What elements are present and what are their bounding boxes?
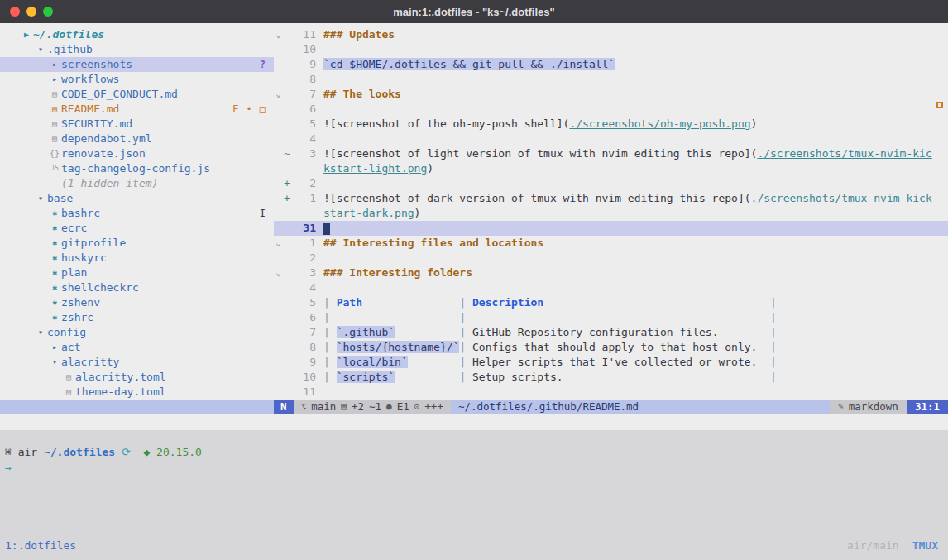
tree-item-label: gitprofile: [61, 236, 126, 251]
tree-item-1-hidden-item[interactable]: (1 hidden item): [0, 176, 274, 191]
fold-open-icon[interactable]: ⌄: [274, 236, 283, 251]
editor-line[interactable]: +2: [274, 176, 948, 191]
tree-item-base[interactable]: ▾base: [0, 191, 274, 206]
text-segment: |: [323, 311, 337, 323]
line-number: 1: [291, 191, 316, 206]
editor-line[interactable]: 7| `.github` | GitHub Repository configu…: [274, 325, 948, 340]
fold-open-icon[interactable]: ⌄: [274, 27, 283, 42]
editor-line[interactable]: ⌄1## Interesting files and locations: [274, 236, 948, 251]
scrollbar-change-marker: [936, 102, 943, 108]
tree-item-security-md[interactable]: ▤SECURITY.md: [0, 117, 274, 132]
tree-item-label: tag-changelog-config.js: [61, 161, 210, 176]
editor-line[interactable]: 8: [274, 72, 948, 87]
editor-line[interactable]: 6: [274, 102, 948, 117]
text-segment: `scripts`: [337, 371, 395, 383]
tree-item-theme-day-toml[interactable]: ▤theme-day.toml: [0, 385, 274, 400]
tree-item-config[interactable]: ▾config: [0, 325, 274, 340]
editor-line[interactable]: ⌄11### Updates: [274, 27, 948, 42]
text-segment: [395, 326, 459, 338]
editor-line[interactable]: 31: [274, 221, 948, 236]
tree-item-code-of-conduct-md[interactable]: ▤CODE_OF_CONDUCT.md: [0, 87, 274, 102]
editor-line[interactable]: kstart-light.png): [274, 161, 948, 176]
editor-line[interactable]: ~3![screenshot of light version of tmux …: [274, 146, 948, 161]
shell-file-icon: ✱: [48, 310, 61, 325]
tree-item-renovate-json[interactable]: {}renovate.json: [0, 146, 274, 161]
editor-line[interactable]: 5![screenshot of the oh-my-posh shell](.…: [274, 117, 948, 132]
tree-item-alacritty[interactable]: ▾alacritty: [0, 355, 274, 370]
text-segment: |: [323, 326, 337, 338]
editor-statusline: N ⌥ main ▤ +2 ~1 ● E1 ⊙ +++ ~/.dotfiles/…: [274, 400, 948, 414]
line-text: start-dark.png): [323, 206, 948, 221]
tree-item-bashrc[interactable]: ✱bashrcI: [0, 206, 274, 221]
tree-item-label: act: [61, 340, 80, 355]
tree-item-act[interactable]: ▸act: [0, 340, 274, 355]
line-text: [323, 385, 948, 400]
tmux-window-tab[interactable]: 1:.dotfiles: [5, 539, 76, 552]
editor-line[interactable]: +1![screenshot of dark version of tmux w…: [274, 191, 948, 206]
pencil-icon: ✎: [838, 400, 844, 414]
sign-column: [283, 266, 291, 280]
line-text: | ------------------ | -----------------…: [323, 310, 948, 325]
tree-item-readme-md[interactable]: ▤README.mdE•□: [0, 102, 274, 117]
folder-expanded-icon: ▾: [34, 325, 47, 340]
prompt-text: ~/.dotfiles: [44, 446, 115, 458]
fold-column: [274, 310, 283, 325]
line-number: 8: [291, 340, 316, 355]
zoom-button[interactable]: [43, 7, 53, 17]
tree-item-dotfiles[interactable]: ▶~/.dotfiles: [0, 27, 274, 42]
editor-line[interactable]: 4: [274, 132, 948, 146]
tree-item-tag-changelog-config-js[interactable]: JStag-changelog-config.js: [0, 161, 274, 176]
fold-column: [274, 146, 283, 161]
text-segment: ### Updates: [323, 28, 395, 41]
tree-item-github[interactable]: ▾.github: [0, 42, 274, 57]
folder-collapsed-icon: ▸: [48, 72, 61, 87]
tree-item-alacritty-toml[interactable]: ▤alacritty.toml: [0, 370, 274, 385]
tree-item-screenshots[interactable]: ▸screenshots?: [0, 57, 274, 72]
tree-item-gitprofile[interactable]: ✱gitprofile: [0, 236, 274, 251]
text-segment: |: [459, 371, 472, 383]
line-number: 3: [291, 266, 316, 280]
line-text: ![screenshot of dark version of tmux wit…: [323, 191, 948, 206]
line-text: ## Interesting files and locations: [323, 236, 948, 251]
editor-line[interactable]: 11: [274, 385, 948, 400]
editor-line[interactable]: 5| Path | Description |: [274, 295, 948, 310]
tree-item-dependabot-yml[interactable]: ▤dependabot.yml: [0, 132, 274, 146]
editor-line[interactable]: 6| ------------------ | ----------------…: [274, 310, 948, 325]
file-icon: ▤: [48, 87, 61, 102]
fold-open-icon[interactable]: ⌄: [274, 266, 283, 280]
editor-line[interactable]: 2: [274, 251, 948, 266]
editor-line[interactable]: ⌄7## The looks: [274, 87, 948, 102]
editor-pane[interactable]: ⌄11### Updates109`cd $HOME/.dotfiles && …: [274, 23, 948, 400]
tree-item-zshenv[interactable]: ✱zshenv: [0, 295, 274, 310]
apple-icon: ⌘: [5, 446, 12, 458]
editor-line[interactable]: 9| `local/bin` | Helper scripts that I'v…: [274, 355, 948, 370]
minimize-button[interactable]: [26, 7, 36, 17]
editor-line[interactable]: 10| `scripts` | Setup scripts. |: [274, 370, 948, 385]
editor-line[interactable]: 10: [274, 42, 948, 57]
fold-open-icon[interactable]: ⌄: [274, 87, 283, 102]
sign-column: [283, 325, 291, 340]
tree-item-plan[interactable]: ✱plan: [0, 266, 274, 280]
editor-line[interactable]: 8| `hosts/{hostname}/`| Configs that sho…: [274, 340, 948, 355]
folder-expanded-icon: ▾: [48, 355, 61, 370]
diagnostics-count: E1: [397, 400, 409, 414]
tree-item-label: plan: [61, 266, 87, 280]
text-segment: `.github`: [337, 326, 395, 338]
tree-item-workflows[interactable]: ▸workflows: [0, 72, 274, 87]
tree-item-ecrc[interactable]: ✱ecrc: [0, 221, 274, 236]
close-button[interactable]: [10, 7, 20, 17]
markdown-link: ./screenshots/oh-my-posh.png: [569, 117, 750, 130]
editor-line[interactable]: 4: [274, 280, 948, 295]
shell-pane[interactable]: ⌘ air ~/.dotfiles ⟳ ◆ 20.15.0 →: [0, 430, 948, 535]
line-number: 10: [291, 370, 316, 385]
sign-column: [283, 370, 291, 385]
prompt-arrow-line: →: [5, 460, 943, 476]
tree-item-shellcheckrc[interactable]: ✱shellcheckrc: [0, 280, 274, 295]
editor-line[interactable]: ⌄3### Interesting folders: [274, 266, 948, 280]
editor-line[interactable]: start-dark.png): [274, 206, 948, 221]
fold-column: [274, 132, 283, 146]
editor-line[interactable]: 9`cd $HOME/.dotfiles && git pull && ./in…: [274, 57, 948, 72]
tree-item-huskyrc[interactable]: ✱huskyrc: [0, 251, 274, 266]
tree-item-zshrc[interactable]: ✱zshrc: [0, 310, 274, 325]
sign-column: [283, 310, 291, 325]
